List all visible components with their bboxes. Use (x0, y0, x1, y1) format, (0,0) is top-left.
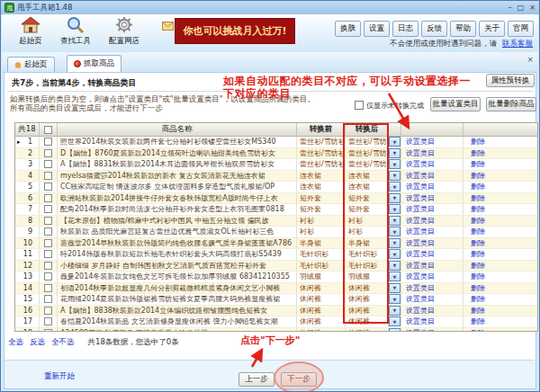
delete-link[interactable]: 删除 (464, 216, 537, 227)
row-checkbox[interactable] (44, 227, 52, 236)
set-category-link[interactable]: 设置类目 (401, 283, 464, 294)
category-dropdown[interactable]: ▼ (389, 306, 400, 316)
set-category-link[interactable]: 设置类目 (401, 171, 464, 182)
row-checkbox[interactable] (44, 317, 52, 325)
set-category-link[interactable]: 设置类目 (401, 238, 464, 249)
delete-link[interactable]: 删除 (464, 249, 537, 260)
contact-support-link[interactable]: 联系客服 (502, 39, 533, 48)
category-dropdown[interactable]: ▼ (389, 193, 400, 203)
set-category-link[interactable]: 设置类目 (401, 204, 464, 215)
delete-link[interactable]: 删除 (464, 171, 537, 182)
batch-delete-button[interactable]: 批量删除商品 (486, 97, 536, 111)
delete-link[interactable]: 删除 (464, 182, 537, 192)
delete-link[interactable]: 删除 (464, 283, 537, 294)
set-category-link[interactable]: 设置类目 (401, 159, 464, 170)
website-button[interactable]: 官网 (508, 21, 534, 37)
delete-link[interactable]: 删除 (464, 159, 537, 170)
delete-link[interactable]: 删除 (464, 238, 537, 249)
set-category-link[interactable]: 设置类目 (401, 182, 464, 192)
category-dropdown[interactable]: ▼ (389, 159, 400, 169)
row-checkbox[interactable] (44, 183, 52, 191)
close-button[interactable]: × (529, 4, 536, 12)
category-dropdown[interactable]: ▼ (389, 261, 400, 271)
row-checkbox[interactable] (44, 172, 52, 180)
toolbar-item-home[interactable]: 起始页 (9, 16, 52, 47)
delete-link[interactable]: 删除 (464, 261, 537, 272)
set-category-link[interactable]: 设置类目 (401, 249, 464, 260)
set-category-link[interactable]: 设置类目 (401, 216, 464, 227)
row-checkbox[interactable] (44, 138, 52, 146)
row-checkbox[interactable] (44, 217, 52, 225)
set-category-link[interactable]: 设置类目 (401, 316, 464, 327)
invert-select-link[interactable]: 反选 (30, 337, 45, 348)
row-checkbox[interactable] (44, 205, 52, 213)
delete-link[interactable]: 删除 (464, 272, 537, 282)
row-checkbox[interactable] (44, 239, 52, 247)
tab-close-icon[interactable]: × (526, 55, 534, 64)
set-category-link[interactable]: 设置类目 (401, 227, 464, 237)
category-dropdown[interactable]: ▼ (389, 137, 400, 147)
category-dropdown[interactable]: ▼ (389, 182, 400, 192)
feedback-button[interactable]: 反馈 (421, 21, 447, 37)
help-button[interactable]: 帮助 (450, 21, 476, 37)
category-dropdown[interactable]: ▼ (389, 227, 400, 236)
delete-link[interactable]: 删除 (464, 204, 537, 215)
prev-step-button[interactable]: 上一步 (238, 372, 274, 387)
category-dropdown[interactable]: ▼ (389, 316, 400, 326)
delete-link[interactable]: 删除 (464, 306, 537, 316)
maximize-button[interactable]: □ (518, 4, 525, 12)
category-dropdown[interactable]: ▼ (389, 272, 400, 281)
category-dropdown[interactable]: ▼ (389, 216, 400, 226)
delete-link[interactable]: 删除 (464, 137, 537, 147)
row-checkbox[interactable] (44, 272, 52, 281)
set-category-link[interactable]: 设置类目 (401, 272, 464, 282)
delete-link[interactable]: 删除 (464, 316, 537, 327)
category-dropdown[interactable]: ▼ (389, 294, 400, 304)
delete-link[interactable]: 删除 (464, 193, 537, 204)
category-dropdown[interactable]: ▼ (389, 171, 400, 181)
log-button[interactable]: 日志 (392, 21, 418, 37)
toolbar-item-config-shop[interactable]: 配置网店 (103, 16, 146, 47)
delete-link[interactable]: 删除 (464, 328, 537, 333)
set-category-link[interactable]: 设置类目 (401, 294, 464, 305)
set-category-link[interactable]: 设置类目 (401, 137, 464, 147)
row-checkbox[interactable] (44, 149, 52, 157)
settings-button[interactable]: 设置 (364, 21, 390, 37)
row-checkbox[interactable] (44, 329, 52, 332)
category-dropdown[interactable]: ▼ (389, 283, 400, 293)
minimize-button[interactable]: – (508, 4, 512, 12)
next-step-button[interactable]: 下一步 (281, 372, 317, 387)
row-checkbox[interactable] (44, 284, 52, 292)
pre-convert-button[interactable]: 属性预转换 (486, 74, 535, 87)
tab-grab-products[interactable]: 抓取商品 (67, 55, 122, 72)
row-checkbox[interactable] (44, 250, 52, 258)
delete-link[interactable]: 删除 (464, 148, 537, 159)
toolbar-item-find-tools[interactable]: 查找工具 (54, 16, 97, 47)
delete-link[interactable]: 删除 (464, 294, 537, 305)
set-category-link[interactable]: 设置类目 (401, 306, 464, 316)
set-category-link[interactable]: 设置类目 (401, 328, 464, 333)
about-button[interactable]: 关于 (479, 21, 505, 37)
category-dropdown[interactable]: ▼ (389, 204, 400, 214)
header-checkbox[interactable] (44, 126, 52, 134)
row-checkbox[interactable] (44, 307, 52, 315)
row-checkbox[interactable] (44, 160, 52, 168)
set-category-link[interactable]: 设置类目 (401, 148, 464, 159)
category-dropdown[interactable]: ▼ (389, 328, 400, 332)
filter-unconverted-checkbox[interactable] (355, 101, 364, 110)
tab-start-page[interactable]: 起始页 (7, 57, 55, 72)
set-category-link[interactable]: 设置类目 (401, 193, 464, 204)
skin-button[interactable]: 换肤 (335, 21, 361, 37)
category-dropdown[interactable]: ▼ (389, 249, 400, 259)
select-none-link[interactable]: 全不选 (51, 337, 75, 348)
row-checkbox[interactable] (44, 194, 52, 202)
select-all-link[interactable]: 全选 (8, 337, 23, 348)
row-checkbox[interactable] (44, 295, 52, 303)
category-dropdown[interactable]: ▼ (389, 238, 400, 248)
row-checkbox[interactable] (44, 262, 52, 270)
delete-link[interactable]: 删除 (464, 227, 537, 237)
promo-banner[interactable]: 你也可以挑战月入过万! (175, 18, 295, 44)
category-dropdown[interactable]: ▼ (389, 148, 400, 158)
set-category-link[interactable]: 设置类目 (401, 261, 464, 272)
restart-link[interactable]: 重新开始 (44, 371, 75, 382)
